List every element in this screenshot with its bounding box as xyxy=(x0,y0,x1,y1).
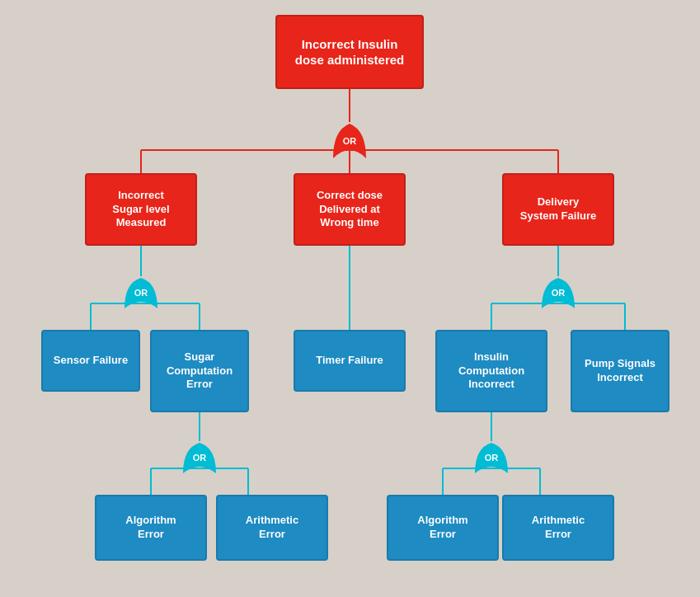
timer-failure-node: Timer Failure xyxy=(294,330,406,392)
or-gate-level1: OR xyxy=(330,122,369,159)
correct-dose-wrong-time-node: Correct doseDelivered atWrong time xyxy=(294,173,406,246)
insulin-computation-incorrect-node: InsulinComputationIncorrect xyxy=(435,330,547,412)
or-gate-level3-right: OR xyxy=(472,441,511,474)
delivery-system-failure-node: DeliverySystem Failure xyxy=(502,173,614,246)
or-gate-level3-left: OR xyxy=(180,441,219,474)
fault-tree-diagram: Incorrect Insulindose administered OR In… xyxy=(0,0,700,597)
incorrect-sugar-node: IncorrectSugar levelMeasured xyxy=(85,173,197,246)
or-gate-level2-left: OR xyxy=(121,276,161,309)
arithmetic-error-2-node: ArithmeticError xyxy=(502,495,614,561)
sugar-computation-error-node: SugarComputationError xyxy=(150,330,249,412)
arithmetic-error-1-node: ArithmeticError xyxy=(216,495,328,561)
or-gate-level2-right: OR xyxy=(538,276,578,309)
algorithm-error-2-node: AlgorithmError xyxy=(387,495,499,561)
pump-signals-incorrect-node: Pump SignalsIncorrect xyxy=(571,330,669,412)
sensor-failure-node: Sensor Failure xyxy=(41,330,140,392)
root-node: Incorrect Insulindose administered xyxy=(275,15,424,89)
algorithm-error-1-node: AlgorithmError xyxy=(95,495,207,561)
